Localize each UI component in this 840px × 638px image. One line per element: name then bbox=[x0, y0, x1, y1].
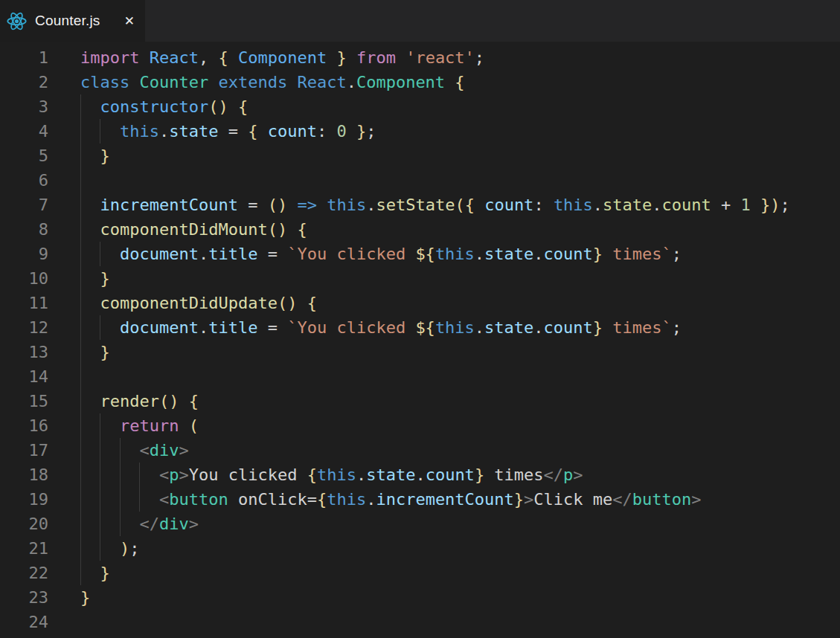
indent-guide bbox=[80, 561, 81, 585]
code-token: count bbox=[426, 465, 475, 484]
code-line[interactable]: 16 return ( bbox=[0, 413, 840, 438]
code-token: document bbox=[120, 245, 199, 263]
code-token: } bbox=[593, 318, 603, 337]
code-token: </ bbox=[612, 490, 632, 509]
code-text: } bbox=[80, 266, 110, 291]
code-line[interactable]: 8 componentDidMount() { bbox=[0, 217, 840, 242]
code-line[interactable]: 3 constructor() { bbox=[0, 94, 840, 119]
tab-bar: Counter.js ✕ bbox=[0, 0, 840, 42]
code-token: = bbox=[257, 318, 287, 337]
indent-guide bbox=[100, 413, 100, 438]
code-line[interactable]: 10 } bbox=[0, 266, 840, 291]
code-token: 'react' bbox=[405, 48, 475, 67]
indent-guide bbox=[120, 463, 121, 487]
close-icon[interactable]: ✕ bbox=[124, 15, 135, 28]
code-token: document bbox=[120, 318, 199, 337]
code-line[interactable]: 14 bbox=[0, 364, 840, 389]
code-token: > bbox=[189, 515, 199, 533]
line-number: 18 bbox=[0, 463, 48, 487]
code-token bbox=[475, 196, 484, 214]
code-token: React bbox=[150, 48, 199, 67]
indent-guide bbox=[120, 512, 121, 536]
editor[interactable]: 1import React, { Component } from 'react… bbox=[0, 42, 840, 634]
tab-counter-js[interactable]: Counter.js ✕ bbox=[0, 0, 145, 42]
code-token bbox=[80, 564, 100, 582]
code-token: () bbox=[268, 196, 288, 214]
code-token: . bbox=[199, 318, 208, 337]
code-line[interactable]: 11 componentDidUpdate() { bbox=[0, 291, 840, 315]
code-text: this.state = { count: 0 }; bbox=[80, 119, 376, 144]
code-token: ${ bbox=[415, 318, 435, 337]
code-text: <p>You clicked {this.state.count} times<… bbox=[80, 463, 583, 487]
code-token: } bbox=[475, 465, 484, 484]
code-line[interactable]: 15 render() { bbox=[0, 389, 840, 413]
code-token: times` bbox=[603, 318, 672, 337]
indent-guide bbox=[139, 463, 140, 487]
code-token: . bbox=[199, 245, 208, 263]
code-token: = bbox=[238, 196, 268, 214]
code-line[interactable]: 2class Counter extends React.Component { bbox=[0, 70, 840, 94]
code-token: state bbox=[366, 465, 415, 484]
code-token: . bbox=[415, 465, 425, 484]
code-token: . bbox=[475, 245, 484, 263]
code-token bbox=[347, 122, 356, 141]
code-token: : bbox=[533, 196, 554, 214]
code-token: ({ bbox=[455, 196, 475, 214]
code-token: componentDidMount bbox=[100, 220, 268, 239]
code-token: => bbox=[297, 196, 317, 214]
code-token: ; bbox=[475, 48, 484, 67]
code-line[interactable]: 7 incrementCount = () => this.setState({… bbox=[0, 193, 840, 217]
line-number: 16 bbox=[0, 413, 48, 438]
code-token bbox=[80, 441, 139, 460]
code-token: this bbox=[327, 490, 366, 509]
code-line[interactable]: 12 document.title = `You clicked ${this.… bbox=[0, 315, 840, 340]
code-line[interactable]: 17 <div> bbox=[0, 438, 840, 463]
code-token: state bbox=[484, 318, 533, 337]
code-line[interactable]: 6 bbox=[0, 168, 840, 193]
code-line[interactable]: 1import React, { Component } from 'react… bbox=[0, 45, 840, 70]
code-token: button bbox=[632, 490, 691, 509]
code-token: . bbox=[356, 465, 366, 484]
code-token: > bbox=[179, 441, 188, 460]
code-text: } bbox=[80, 340, 110, 364]
indent-guide bbox=[100, 438, 100, 463]
code-line[interactable]: 20 </div> bbox=[0, 512, 840, 536]
code-token: count bbox=[544, 245, 593, 263]
code-text: render() { bbox=[80, 389, 199, 413]
code-token: } bbox=[80, 588, 90, 607]
code-line[interactable]: 22 } bbox=[0, 561, 840, 585]
code-token: ) bbox=[120, 539, 129, 558]
code-token bbox=[80, 515, 139, 533]
code-line[interactable]: 24 bbox=[0, 610, 840, 634]
code-token bbox=[297, 294, 307, 312]
code-token: </ bbox=[544, 465, 564, 484]
code-text: <div> bbox=[80, 438, 189, 463]
code-token: = bbox=[257, 245, 287, 263]
code-line[interactable]: 23} bbox=[0, 585, 840, 610]
indent-guide bbox=[100, 315, 100, 340]
code-line[interactable]: 19 <button onClick={this.incrementCount}… bbox=[0, 487, 840, 512]
code-token: } bbox=[593, 245, 603, 263]
indent-guide bbox=[80, 266, 81, 291]
code-line[interactable]: 13 } bbox=[0, 340, 840, 364]
code-token: . bbox=[593, 196, 603, 214]
line-number: 19 bbox=[0, 487, 48, 512]
code-line[interactable]: 5 } bbox=[0, 144, 840, 168]
code-line[interactable]: 18 <p>You clicked {this.state.count} tim… bbox=[0, 463, 840, 487]
code-line[interactable]: 9 document.title = `You clicked ${this.s… bbox=[0, 242, 840, 266]
code-text: } bbox=[80, 561, 110, 585]
code-token: this bbox=[435, 245, 475, 263]
indent-guide bbox=[80, 364, 81, 389]
code-token: () bbox=[268, 220, 288, 239]
code-line[interactable]: 4 this.state = { count: 0 }; bbox=[0, 119, 840, 144]
indent-guide bbox=[80, 463, 81, 487]
code-text: class Counter extends React.Component { bbox=[80, 70, 465, 94]
code-token: count bbox=[544, 318, 593, 337]
code-line[interactable]: 21 ); bbox=[0, 536, 840, 561]
line-number: 4 bbox=[0, 119, 48, 144]
indent-guide bbox=[100, 119, 100, 144]
code-token: times` bbox=[603, 245, 672, 263]
code-token: times bbox=[484, 465, 543, 484]
code-text: import React, { Component } from 'react'… bbox=[80, 45, 484, 70]
code-token: Component bbox=[238, 48, 336, 67]
